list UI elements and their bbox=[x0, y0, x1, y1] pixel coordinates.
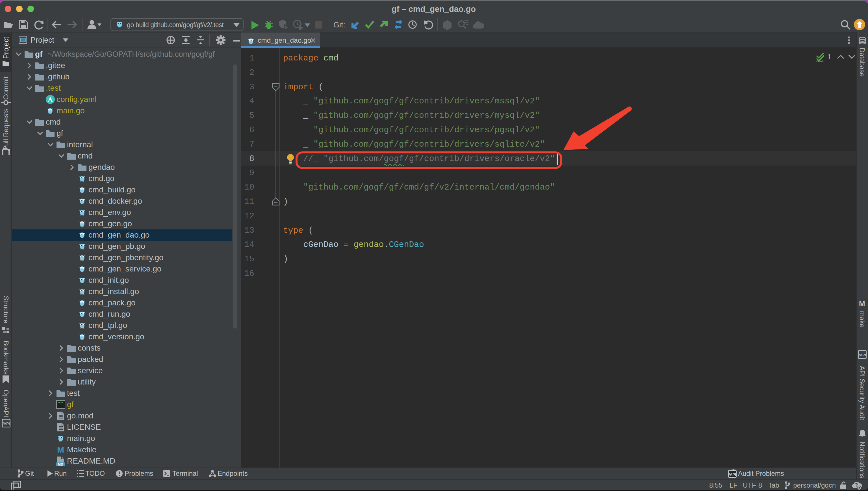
svg-text:MD: MD bbox=[58, 462, 63, 466]
svg-text:/API: /API bbox=[859, 353, 866, 357]
svg-text:/API: /API bbox=[729, 472, 736, 476]
svg-text:/API: /API bbox=[3, 422, 9, 426]
